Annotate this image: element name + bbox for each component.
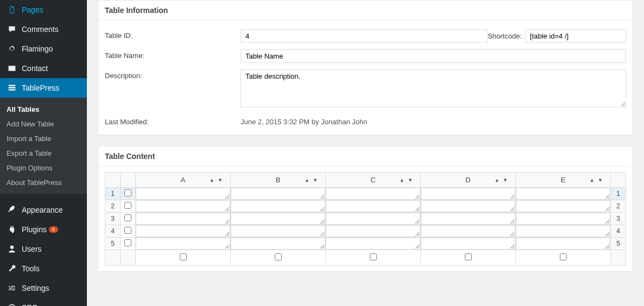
description-label: Description:: [105, 69, 241, 80]
cell-textarea[interactable]: [231, 238, 325, 250]
sidebar-item-contact[interactable]: Contact: [0, 59, 87, 78]
sidebar-item-tools[interactable]: Tools: [0, 259, 87, 278]
column-select-cell: [136, 250, 231, 266]
menu-label: Tools: [22, 264, 40, 273]
row-number-right[interactable]: 1: [611, 188, 626, 200]
cell-textarea[interactable]: [516, 200, 610, 212]
shortcode-input[interactable]: [525, 29, 626, 43]
submenu-plugin-options[interactable]: Plugin Options: [0, 161, 87, 175]
row-select-cell: [121, 225, 136, 238]
column-select-checkbox[interactable]: [465, 253, 472, 260]
cell-textarea[interactable]: [421, 188, 515, 200]
sidebar-item-settings[interactable]: Settings: [0, 278, 87, 298]
column-header-E[interactable]: E▲ ▼: [516, 173, 611, 188]
cell: [231, 225, 326, 238]
cell-textarea[interactable]: [136, 188, 230, 200]
cell-textarea[interactable]: [136, 225, 230, 237]
cell-textarea[interactable]: [231, 213, 325, 225]
cell-textarea[interactable]: [421, 213, 515, 225]
sidebar-item-comments[interactable]: Comments: [0, 20, 87, 39]
cell-textarea[interactable]: [516, 188, 610, 200]
sidebar-item-plugins[interactable]: Plugins 5: [0, 220, 87, 239]
submenu-add-new-table[interactable]: Add New Table: [0, 117, 87, 131]
submenu-import-table[interactable]: Import a Table: [0, 131, 87, 146]
table-id-input[interactable]: [241, 29, 488, 43]
cell: [421, 238, 516, 250]
column-header-B[interactable]: B▲ ▼: [231, 173, 326, 188]
cell-textarea[interactable]: [231, 225, 325, 237]
column-select-checkbox[interactable]: [275, 253, 282, 260]
cell-textarea[interactable]: [421, 200, 515, 212]
column-select-cell: [516, 250, 611, 266]
table-name-label: Table Name:: [105, 49, 241, 60]
cell: [421, 225, 516, 238]
cell: [231, 188, 326, 200]
cell: [516, 225, 611, 238]
submenu-all-tables[interactable]: All Tables: [0, 102, 87, 117]
menu-label: Appearance: [22, 206, 63, 214]
cell-textarea[interactable]: [136, 200, 230, 212]
column-header-C[interactable]: C▲ ▼: [326, 173, 421, 188]
column-select-cell: [326, 250, 421, 266]
cell-textarea[interactable]: [421, 238, 515, 250]
cell-textarea[interactable]: [231, 200, 325, 212]
sort-arrows-icon[interactable]: ▲ ▼: [210, 177, 224, 183]
description-textarea[interactable]: [241, 69, 626, 107]
plugins-badge: 5: [49, 226, 58, 233]
submenu-export-table[interactable]: Export a Table: [0, 146, 87, 161]
cell-textarea[interactable]: [421, 225, 515, 237]
cell-textarea[interactable]: [326, 225, 420, 237]
cell-textarea[interactable]: [136, 213, 230, 225]
column-select-checkbox[interactable]: [180, 253, 187, 260]
sidebar-item-users[interactable]: Users: [0, 239, 87, 259]
row-number-right[interactable]: 5: [611, 238, 626, 250]
row-number[interactable]: 1: [105, 188, 121, 200]
sidebar-item-appearance[interactable]: Appearance: [0, 200, 87, 220]
cell-textarea[interactable]: [326, 200, 420, 212]
cell: [516, 188, 611, 200]
plug-icon: [7, 224, 17, 235]
row-select-checkbox[interactable]: [124, 189, 131, 196]
row-select-cell: [121, 238, 136, 250]
column-header-A[interactable]: A▲ ▼: [136, 173, 231, 188]
row-number[interactable]: 2: [105, 200, 121, 213]
column-select-checkbox[interactable]: [560, 253, 567, 260]
sort-arrows-icon[interactable]: ▲ ▼: [590, 177, 604, 183]
submenu-about-tablepress[interactable]: About TablePress: [0, 175, 87, 190]
table-row: 22: [105, 200, 626, 213]
row-number-right[interactable]: 4: [611, 225, 626, 238]
column-select-checkbox[interactable]: [370, 253, 377, 260]
sidebar-item-tablepress[interactable]: TablePress: [0, 78, 87, 98]
cell-textarea[interactable]: [326, 238, 420, 250]
cell-textarea[interactable]: [326, 213, 420, 225]
row-select-checkbox[interactable]: [124, 239, 131, 246]
sort-arrows-icon[interactable]: ▲ ▼: [400, 177, 414, 183]
table-name-input[interactable]: [241, 49, 626, 63]
sidebar-item-flamingo[interactable]: Flamingo: [0, 39, 87, 59]
column-select-cell: [231, 250, 326, 266]
row-number[interactable]: 5: [105, 238, 121, 250]
sidebar-item-seo[interactable]: SEO: [0, 298, 87, 306]
menu-label: TablePress: [22, 84, 59, 92]
row-select-checkbox[interactable]: [124, 227, 131, 234]
row-select-checkbox[interactable]: [124, 214, 131, 221]
row-number[interactable]: 4: [105, 225, 121, 238]
cell-textarea[interactable]: [516, 238, 610, 250]
sort-arrows-icon[interactable]: ▲ ▼: [305, 177, 319, 183]
row-number-right[interactable]: 2: [611, 200, 626, 213]
row-number-right[interactable]: 3: [611, 213, 626, 225]
sidebar-item-pages[interactable]: Pages: [0, 0, 87, 20]
cell-textarea[interactable]: [136, 238, 230, 250]
table-row: 33: [105, 213, 626, 225]
row-select-cell: [121, 213, 136, 225]
column-header-D[interactable]: D▲ ▼: [421, 173, 516, 188]
cell-textarea[interactable]: [326, 188, 420, 200]
row-number[interactable]: 3: [105, 213, 121, 225]
sort-arrows-icon[interactable]: ▲ ▼: [495, 177, 509, 183]
cell: [326, 225, 421, 238]
cell-textarea[interactable]: [516, 213, 610, 225]
row-select-checkbox[interactable]: [124, 202, 131, 209]
table-content-card: Table Content A▲ ▼B▲ ▼C▲ ▼D▲ ▼E▲ ▼112233…: [98, 146, 633, 272]
cell-textarea[interactable]: [516, 225, 610, 237]
cell-textarea[interactable]: [231, 188, 325, 200]
